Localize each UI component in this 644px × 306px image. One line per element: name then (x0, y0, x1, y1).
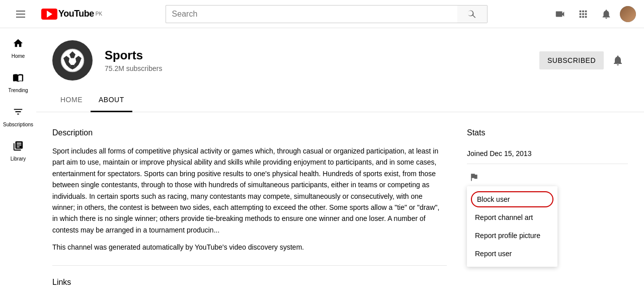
tab-home[interactable]: HOME (52, 89, 91, 112)
stats-title: Stats (467, 128, 628, 137)
library-icon (13, 140, 24, 154)
description-text-auto: This channel was generated automatically… (52, 242, 447, 253)
youtube-logo[interactable]: YouTubePK (41, 9, 102, 20)
subscribed-button[interactable]: SUBSCRIBED (539, 51, 604, 69)
notification-bell-button[interactable] (608, 50, 628, 70)
subscriptions-icon (13, 106, 24, 120)
channel-name: Sports (105, 48, 527, 62)
sidebar: Home Trending Subscriptions Library (0, 28, 36, 306)
search-button[interactable] (457, 5, 488, 23)
avatar-image (620, 6, 636, 22)
dropdown-item-report-user[interactable]: Report user (467, 245, 557, 263)
hamburger-button[interactable] (8, 3, 33, 26)
channel-subscribers: 75.2M subscribers (105, 64, 527, 72)
soccer-ball-icon (60, 48, 85, 72)
sidebar-item-home-label: Home (12, 53, 25, 59)
sidebar-item-home[interactable]: Home (2, 32, 34, 64)
search-icon (467, 9, 477, 19)
channel-info: Sports 75.2M subscribers (105, 48, 527, 72)
logo-text: YouTube (58, 9, 94, 19)
sidebar-item-trending-label: Trending (8, 88, 28, 93)
create-video-button[interactable] (550, 5, 570, 24)
sidebar-item-subscriptions[interactable]: Subscriptions (2, 101, 34, 133)
sidebar-item-library[interactable]: Library (2, 135, 34, 167)
avatar[interactable] (620, 6, 636, 22)
search-input[interactable] (166, 5, 457, 23)
divider (52, 265, 447, 266)
joined-stat: Joined Dec 15, 2013 (467, 143, 628, 164)
channel-body: Description Sport includes all forms of … (36, 112, 644, 306)
dropdown-item-block-user[interactable]: Block user (471, 191, 553, 207)
bell-outline-icon (612, 54, 624, 66)
youtube-logo-icon (41, 9, 57, 20)
main-content: Sports 75.2M subscribers SUBSCRIBED HOME… (36, 28, 644, 306)
description-title: Description (52, 128, 447, 137)
channel-avatar (52, 40, 93, 81)
apps-grid-icon (578, 9, 589, 20)
sidebar-item-subscriptions-label: Subscriptions (3, 122, 33, 127)
stats-section: Stats Joined Dec 15, 2013 (467, 128, 628, 164)
flag-button[interactable] (467, 170, 481, 184)
channel-actions: SUBSCRIBED (539, 50, 628, 70)
stats-sidebar: Stats Joined Dec 15, 2013 Block user Rep… (467, 128, 628, 291)
bell-icon (601, 9, 612, 20)
notifications-button[interactable] (597, 5, 616, 24)
video-camera-icon (554, 9, 566, 20)
flag-area: Block user Report channel art Report pro… (467, 164, 628, 190)
trending-icon (13, 72, 24, 86)
dropdown-menu: Block user Report channel art Report pro… (467, 186, 557, 267)
dropdown-item-report-channel-art[interactable]: Report channel art (467, 208, 557, 226)
logo-country: PK (96, 11, 102, 17)
description-text-main: Sport includes all forms of competitive … (52, 145, 447, 236)
sidebar-item-library-label: Library (11, 156, 26, 162)
links-title: Links (52, 278, 447, 287)
hamburger-icon (12, 7, 29, 22)
navbar: YouTubePK (0, 0, 644, 28)
channel-tabs: HOME ABOUT (36, 89, 644, 112)
channel-header: Sports 75.2M subscribers SUBSCRIBED (36, 28, 644, 81)
apps-button[interactable] (574, 5, 593, 24)
channel-main: Description Sport includes all forms of … (52, 128, 447, 291)
search-form (166, 5, 488, 23)
tab-about[interactable]: ABOUT (91, 89, 132, 112)
dropdown-item-report-profile-picture[interactable]: Report profile picture (467, 226, 557, 245)
home-icon (13, 38, 24, 51)
sidebar-item-trending[interactable]: Trending (2, 66, 34, 99)
flag-icon (469, 172, 479, 182)
